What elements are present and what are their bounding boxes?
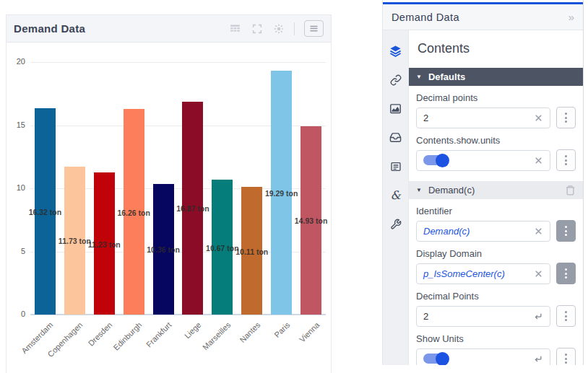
field-label: Decimal points bbox=[416, 92, 576, 103]
y-tick-label: 15 bbox=[7, 120, 25, 129]
y-tick-label: 20 bbox=[7, 57, 25, 66]
gridline bbox=[30, 62, 326, 63]
contents-show-units-box bbox=[416, 150, 550, 171]
chart-widget-title: Demand Data bbox=[14, 22, 85, 35]
section-header-defaults[interactable]: ▼ Defaults bbox=[409, 68, 583, 86]
bar-value-label: 16.26 ton bbox=[117, 209, 150, 217]
section-header-demand[interactable]: ▼ Demand(c) bbox=[409, 181, 583, 199]
clear-icon[interactable] bbox=[533, 155, 543, 165]
chart-toolbar bbox=[229, 20, 324, 37]
x-axis-label-dresden: Dresden bbox=[59, 320, 113, 373]
show-units-toggle[interactable] bbox=[423, 354, 447, 364]
x-axis-label-frankfurt: Frankfurt bbox=[118, 320, 173, 373]
list-card-icon[interactable] bbox=[389, 160, 402, 172]
clear-icon[interactable] bbox=[533, 226, 543, 236]
y-tick-label: 0 bbox=[7, 310, 25, 318]
gear-icon[interactable] bbox=[272, 22, 285, 35]
x-axis-label-copenhagen: Copenhagen bbox=[29, 320, 84, 373]
bar-value-label: 11.23 ton bbox=[88, 240, 121, 249]
trash-icon[interactable] bbox=[565, 185, 576, 196]
input-value: 2 bbox=[423, 113, 428, 123]
layers-icon[interactable] bbox=[389, 45, 402, 57]
kebab-menu-button[interactable] bbox=[556, 149, 576, 171]
input-value: p_IsSomeCenter(c) bbox=[423, 268, 505, 279]
contents-show-units-toggle[interactable] bbox=[423, 155, 447, 165]
bar-value-label: 19.29 ton bbox=[265, 189, 298, 198]
decimal-points-input[interactable]: 2 bbox=[416, 306, 550, 327]
bar-value-label: 16.87 ton bbox=[176, 204, 209, 213]
kebab-menu-button[interactable] bbox=[556, 107, 576, 128]
field-label: Contents.show.units bbox=[416, 135, 576, 146]
x-axis-label-liege: Liege bbox=[147, 320, 202, 373]
inbox-icon[interactable] bbox=[389, 131, 402, 144]
bar-value-label: 10.11 ton bbox=[235, 247, 268, 256]
enter-icon bbox=[533, 311, 543, 321]
clear-icon[interactable] bbox=[533, 113, 543, 123]
contents-tab-title: Contents bbox=[409, 30, 583, 68]
demand-data-chart-widget: Demand Data 2015105016.32 tonAmsterdam11… bbox=[6, 14, 332, 373]
inspector-content: Contents ▼ Defaults Decimal points 2 bbox=[409, 30, 583, 365]
identifier-input[interactable]: Demand(c) bbox=[416, 221, 550, 242]
section-title: Demand(c) bbox=[428, 185, 475, 196]
show-units-box bbox=[416, 348, 550, 366]
x-axis-label-marseilles: Marseilles bbox=[177, 320, 232, 373]
bar-value-label: 10.36 ton bbox=[147, 245, 180, 254]
field-label: Identifier bbox=[416, 206, 576, 216]
field-label: Display Domain bbox=[416, 248, 576, 259]
collapse-panel-icon[interactable]: » bbox=[568, 11, 574, 23]
input-value: Demand(c) bbox=[423, 226, 470, 237]
clear-icon[interactable] bbox=[533, 268, 543, 278]
collapse-triangle-icon: ▼ bbox=[416, 187, 422, 193]
wrench-icon[interactable] bbox=[389, 218, 402, 230]
inspector-header: Demand Data » bbox=[383, 4, 583, 30]
y-tick-label: 5 bbox=[7, 247, 25, 255]
chart-body: 2015105016.32 tonAmsterdam11.73 tonCopen… bbox=[7, 43, 331, 373]
bar-value-label: 10.67 ton bbox=[206, 244, 239, 253]
chart-widget-header: Demand Data bbox=[7, 15, 331, 43]
x-axis-label-paris: Paris bbox=[236, 320, 291, 373]
decimal-points-default-input[interactable]: 2 bbox=[416, 107, 550, 128]
y-tick-label: 10 bbox=[7, 183, 25, 192]
input-value: 2 bbox=[423, 311, 428, 322]
field-label: Decimal Points bbox=[416, 291, 576, 302]
dashboard-page: Demand Data 2015105016.32 tonAmsterdam11… bbox=[0, 0, 588, 373]
field-contents-show-units: Contents.show.units bbox=[409, 135, 583, 171]
section-title: Defaults bbox=[428, 71, 465, 82]
table-icon[interactable] bbox=[229, 22, 241, 35]
kebab-menu-button[interactable] bbox=[556, 220, 576, 242]
field-show-units: Show Units bbox=[409, 333, 583, 365]
inspector-panel: Demand Data » & Contents ▼ Defaults Deci… bbox=[382, 0, 584, 365]
field-display-domain: Display Domain p_IsSomeCenter(c) bbox=[409, 248, 583, 284]
field-label: Show Units bbox=[416, 333, 576, 344]
x-axis-label-edinburgh: Edinburgh bbox=[88, 320, 143, 373]
bar-value-label: 14.93 ton bbox=[295, 216, 328, 225]
enter-icon bbox=[533, 354, 543, 364]
chart-icon[interactable] bbox=[389, 102, 402, 115]
kebab-menu-button[interactable] bbox=[556, 263, 576, 284]
link-icon[interactable] bbox=[389, 74, 402, 86]
x-axis-label-nantes: Nantes bbox=[207, 320, 261, 373]
toolbar-divider bbox=[294, 22, 295, 35]
x-axis-label-amsterdam: Amsterdam bbox=[0, 320, 55, 373]
widget-menu-button[interactable] bbox=[304, 20, 324, 37]
kebab-menu-button[interactable] bbox=[556, 348, 576, 365]
expand-icon[interactable] bbox=[251, 22, 263, 35]
collapse-triangle-icon: ▼ bbox=[416, 74, 422, 80]
ampersand-icon[interactable]: & bbox=[389, 189, 402, 201]
bar-value-label: 16.32 ton bbox=[29, 208, 62, 216]
kebab-menu-button[interactable] bbox=[556, 305, 576, 327]
field-decimal-points: Decimal Points 2 bbox=[409, 291, 583, 327]
chart-plot: 2015105016.32 tonAmsterdam11.73 tonCopen… bbox=[30, 62, 326, 315]
bar-value-label: 11.73 ton bbox=[59, 237, 91, 245]
x-axis-label-vienna: Vienna bbox=[266, 320, 321, 373]
icon-rail: & bbox=[383, 30, 409, 365]
field-decimal-points-default: Decimal points 2 bbox=[409, 92, 583, 128]
inspector-title: Demand Data bbox=[392, 12, 459, 23]
inspector-body: & Contents ▼ Defaults Decimal points 2 bbox=[383, 30, 583, 365]
display-domain-input[interactable]: p_IsSomeCenter(c) bbox=[416, 263, 550, 284]
field-identifier: Identifier Demand(c) bbox=[409, 206, 583, 242]
